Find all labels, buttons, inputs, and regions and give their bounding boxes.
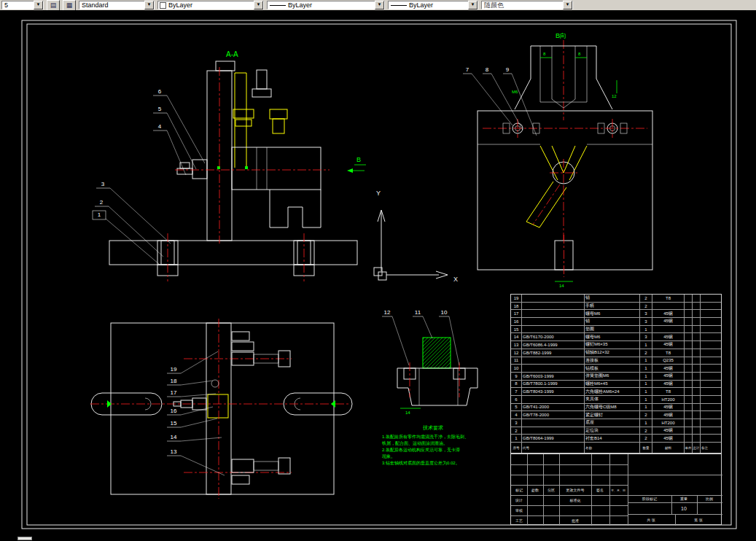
notes-line: 现象。	[382, 454, 491, 460]
bom-cell: 3	[640, 318, 652, 325]
bom-cell: 19	[511, 295, 522, 302]
bom-cell	[701, 365, 721, 372]
bom-cell: 2	[640, 295, 652, 302]
bom-cell: 1	[640, 365, 652, 372]
linetype-combo[interactable]: ByLayer ▼	[267, 1, 385, 9]
bom-cell: 1	[640, 388, 652, 395]
layer-combo-arrow[interactable]: ▼	[34, 1, 43, 9]
bom-cell	[693, 419, 701, 427]
text-style-arrow[interactable]: ▼	[144, 1, 154, 9]
axis-x-label: X	[453, 276, 458, 283]
plotstyle-arrow[interactable]: ▼	[563, 1, 572, 9]
bom-cell: 六角螺栓AM6×24	[585, 388, 640, 395]
drawing-canvas[interactable]: .w{stroke:#e8e8e8;fill:none;stroke-width…	[0, 10, 756, 536]
bom-cell: 垫圈	[585, 326, 640, 333]
bom-cell	[685, 326, 693, 333]
bom-cell	[701, 341, 721, 349]
bom-cell	[522, 427, 585, 435]
text-style-value[interactable]: Standard	[79, 1, 144, 9]
command-line-fragment[interactable]	[17, 537, 32, 540]
dim-b5: 14	[559, 284, 564, 288]
bom-row: 8GB/T7800.1-1999螺栓M6×45145钢	[511, 381, 721, 389]
bom-cell	[652, 326, 685, 333]
bom-cell: 12	[511, 349, 522, 357]
plotstyle-combo[interactable]: 随颜色 ▼	[481, 1, 573, 9]
linetype-value[interactable]: ByLayer	[286, 1, 375, 9]
bom-cell: 45钢	[652, 333, 685, 340]
bom-cell: 螺母M6	[585, 333, 640, 340]
bom-row: 11连接板1Q235	[511, 357, 721, 365]
bom-cell: 2	[640, 411, 652, 419]
section-aa-label: A-A	[226, 50, 238, 58]
bom-cell: 1	[640, 341, 652, 349]
callout-17: 17	[171, 389, 177, 396]
lineweight-arrow[interactable]: ▼	[468, 1, 478, 9]
bom-cell	[685, 427, 693, 435]
bom-cell	[693, 310, 701, 317]
bom-cell	[693, 357, 701, 365]
color-arrow[interactable]: ▼	[254, 1, 263, 9]
bom-cell: 18	[511, 303, 522, 310]
bom-cell: 45钢	[652, 381, 685, 388]
titleblock-weight-value: 10	[681, 506, 687, 511]
lineweight-combo[interactable]: ByLayer ▼	[388, 1, 478, 9]
titleblock-label-approve: 批准	[572, 518, 579, 523]
bom-cell	[693, 318, 701, 325]
bom-table: 19销2T818手柄217螺母M6345钢16销345钢15垫圈114GB/T6…	[510, 294, 722, 454]
titleblock-label-design: 设计	[515, 498, 523, 502]
bom-cell: 6	[511, 396, 522, 403]
layer-previous-button[interactable]: ▦	[63, 0, 76, 11]
color-combo[interactable]: ByLayer ▼	[157, 1, 264, 9]
bom-cell: 销轴B12×32	[585, 349, 640, 357]
bom-cell	[522, 303, 585, 310]
notes-line: 铁屑，配合面、运动面涂润滑油。	[382, 440, 491, 447]
callout-5: 5	[158, 106, 162, 112]
weld-mark	[245, 166, 248, 169]
linetype-arrow[interactable]: ▼	[375, 1, 384, 9]
bom-cell: GB/T7800.1-1999	[522, 381, 585, 388]
callout-7: 7	[466, 66, 469, 73]
view-plan: 19 18 17 16 15 14 13	[90, 319, 352, 499]
bom-cell	[693, 303, 701, 310]
bom-cell: 1	[511, 435, 522, 442]
bom-cell	[685, 404, 693, 411]
plotstyle-value[interactable]: 随颜色	[482, 1, 563, 9]
layer-states-icon: ▦	[66, 2, 73, 9]
bom-row: 15垫圈1	[511, 326, 721, 334]
bom-cell	[693, 373, 701, 380]
layer-combo-value[interactable]: 5	[2, 1, 34, 9]
bom-cell: 螺钉M6×35	[585, 341, 640, 349]
text-style-combo[interactable]: Standard ▼	[79, 1, 155, 9]
notes-line: 3.钻套轴线对底面的垂直度公差为0.02。	[382, 460, 491, 467]
bom-cell	[701, 318, 721, 325]
bom-cell	[522, 365, 585, 372]
bom-cell	[701, 427, 721, 435]
titleblock-label-sign: 签名	[596, 488, 604, 492]
bom-cell: 45钢	[652, 318, 685, 325]
view-detail: 14 12 11 10	[382, 309, 478, 415]
bom-cell: T8	[652, 349, 685, 357]
bom-cell: 夹具体	[585, 396, 640, 403]
bom-cell	[685, 357, 693, 365]
bom-row: 1GB/T8064-1999衬套B14245钢	[511, 435, 721, 443]
bom-cell: 螺栓M6×45	[585, 381, 640, 388]
titleblock-label-stage: 阶段标记	[642, 497, 657, 501]
section-arrow-a-right	[331, 400, 335, 408]
layer-combo[interactable]: 5 ▼	[1, 1, 44, 9]
bom-row: 4GB/T78-2000紧定螺钉245钢	[511, 411, 721, 419]
titleblock-label-mark: 标记	[515, 488, 523, 492]
titleblock-label-date: 年、月、日	[611, 489, 626, 492]
callout-12: 12	[384, 309, 391, 316]
layer-properties-button[interactable]: ▤	[47, 0, 60, 11]
bom-row: 2定位块245钢	[511, 427, 721, 435]
bom-row: 19销2T8	[511, 295, 721, 303]
bom-cell	[522, 357, 585, 365]
callout-2: 2	[100, 199, 104, 206]
titleblock-label-count: 处数	[531, 488, 539, 492]
bom-cell	[522, 326, 585, 333]
color-value[interactable]: ByLayer	[166, 1, 254, 9]
lineweight-value[interactable]: ByLayer	[407, 1, 468, 9]
toolbar: 5 ▼ ▤ ▦ Standard ▼ ByLayer ▼ ByLayer ▼ B…	[0, 0, 756, 11]
bom-cell	[522, 310, 585, 317]
bom-row: 17螺母M6345钢	[511, 310, 721, 318]
